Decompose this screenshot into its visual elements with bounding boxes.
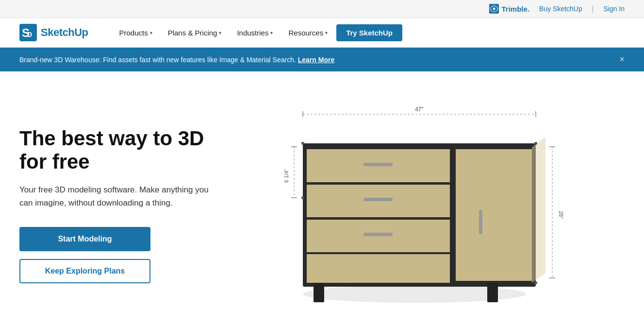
svg-rect-25	[363, 163, 393, 166]
nav-industries[interactable]: Industries ▾	[230, 25, 280, 41]
svg-rect-28	[454, 147, 532, 283]
plans-chevron-icon: ▾	[219, 30, 221, 35]
svg-text:D: D	[27, 31, 32, 38]
svg-rect-29	[454, 147, 456, 283]
nav-resources[interactable]: Resources ▾	[281, 25, 334, 41]
trimble-label: Trimble.	[502, 5, 530, 13]
nav-try-sketchup[interactable]: Try SketchUp	[336, 24, 402, 41]
svg-text:28": 28"	[558, 211, 564, 219]
hero-image: 47" 6 1/4" 28"	[223, 101, 625, 310]
svg-rect-31	[454, 281, 532, 283]
svg-marker-35	[532, 137, 545, 283]
svg-rect-26	[363, 198, 393, 201]
sketchup-icon: S D	[19, 24, 37, 41]
sketchup-logo-link[interactable]: S D SketchUp	[19, 24, 88, 41]
svg-rect-22	[307, 182, 450, 185]
svg-text:47": 47"	[415, 106, 424, 113]
nav-products[interactable]: Products ▾	[112, 25, 159, 41]
banner-text: Brand-new 3D Warehouse: Find assets fast…	[19, 56, 610, 64]
keep-exploring-plans-button[interactable]: Keep Exploring Plans	[19, 259, 150, 283]
svg-point-38	[301, 196, 304, 199]
trimble-brand: Trimble.	[489, 4, 530, 14]
svg-rect-27	[363, 233, 393, 236]
industries-chevron-icon: ▾	[270, 30, 273, 35]
svg-point-37	[534, 142, 537, 145]
trimble-icon	[489, 4, 499, 14]
hero-subtitle: Your free 3D modeling software. Make any…	[19, 183, 223, 209]
top-bar: Trimble. Buy SketchUp | Sign In	[0, 0, 644, 18]
buy-sketchup-link[interactable]: Buy SketchUp	[539, 5, 582, 13]
products-chevron-icon: ▾	[150, 30, 152, 35]
nav-plans-pricing[interactable]: Plans & Pricing ▾	[161, 25, 229, 41]
svg-rect-24	[307, 252, 450, 254]
svg-point-2	[493, 8, 495, 10]
hero-section: The best way to 3D for free Your free 3D…	[0, 71, 644, 328]
svg-point-36	[301, 142, 304, 145]
start-modeling-button[interactable]: Start Modeling	[19, 227, 150, 251]
banner-learn-more-link[interactable]: Learn More	[298, 56, 334, 64]
svg-rect-23	[307, 217, 450, 220]
sign-in-link[interactable]: Sign In	[603, 5, 625, 13]
announcement-banner: Brand-new 3D Warehouse: Find assets fast…	[0, 48, 644, 71]
svg-rect-34	[487, 283, 498, 302]
hero-content: The best way to 3D for free Your free 3D…	[19, 127, 223, 284]
dresser-svg: 47" 6 1/4" 28"	[274, 101, 575, 310]
sketchup-logo-text: SketchUp	[41, 26, 88, 39]
svg-point-39	[534, 281, 537, 284]
resources-chevron-icon: ▾	[325, 30, 328, 35]
divider: |	[592, 5, 594, 13]
svg-text:6 1/4": 6 1/4"	[283, 169, 289, 183]
svg-rect-30	[454, 147, 532, 149]
svg-rect-32	[479, 210, 482, 234]
svg-rect-33	[314, 283, 324, 302]
hero-title: The best way to 3D for free	[19, 127, 223, 174]
dresser-illustration: 47" 6 1/4" 28"	[274, 101, 575, 310]
nav-items: Products ▾ Plans & Pricing ▾ Industries …	[112, 24, 625, 41]
svg-rect-20	[307, 147, 450, 283]
main-nav: S D SketchUp Products ▾ Plans & Pricing …	[0, 18, 644, 48]
svg-rect-21	[307, 147, 450, 149]
banner-close-button[interactable]: ×	[619, 54, 625, 65]
